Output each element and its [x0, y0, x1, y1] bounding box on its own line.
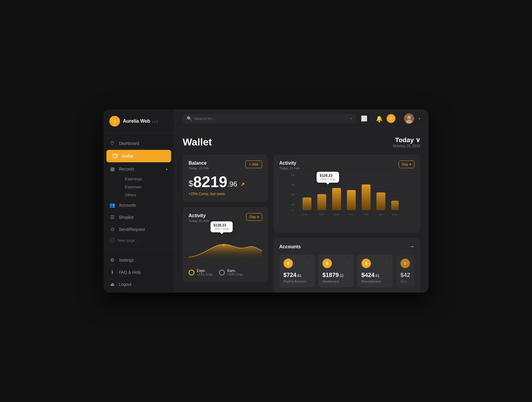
svg-rect-1 [116, 155, 117, 156]
svg-text:SUN: SUN [392, 213, 397, 216]
activity-bar-header: Activity Today, 21 Feb Day ▾ [279, 161, 414, 170]
window-icon[interactable]: ⬜ [361, 115, 367, 122]
sidebar-label-shoplist: Shoplist [119, 215, 134, 220]
sidebar-label-settings: Settings [119, 258, 134, 262]
sidebar-item-shoplist[interactable]: ☰ Shoplist [103, 211, 174, 223]
legend-earn: Earn. +63% Cmpr. [219, 269, 244, 276]
svg-text:MON: MON [302, 213, 308, 216]
svg-text:TUE: TUE [319, 213, 323, 216]
sidebar-item-wallet[interactable]: Wallet [106, 150, 171, 162]
sidebar-item-settings[interactable]: ⚙ Settings [103, 254, 174, 266]
balance-cents: .96 [227, 180, 237, 188]
sidebar-label-send: Send/Request [119, 227, 145, 232]
add-button[interactable]: + [387, 114, 395, 123]
sidebar-item-faq[interactable]: ℹ FAQ & Help [103, 266, 174, 278]
bar-chart-svg: 400 300 200 100 0 [279, 172, 414, 219]
dashboard-icon: ⏱ [109, 141, 115, 146]
svg-text:0: 0 [292, 209, 293, 212]
account-card-header-moneybooker: $ ⋮ [361, 259, 389, 268]
expn-sub: +23% Cmpr. [197, 273, 213, 276]
search-icon: 🔍 [187, 116, 192, 121]
avatar-image [404, 114, 414, 124]
account-menu-mastercard[interactable]: ⋮ [346, 261, 350, 266]
page-header: Wallet Today ∨ Monday 28, 2018 [183, 136, 420, 148]
sidebar-item-records[interactable]: ▦ Records ▲ [103, 163, 174, 175]
svg-text:400: 400 [291, 174, 295, 176]
balance-subtitle: Today, 21 Feb [189, 166, 209, 170]
search-box[interactable]: 🔍 ▾ [183, 114, 356, 123]
account-icon-mastercard: $ [322, 259, 332, 268]
account-name-mastercard: Mastercard [322, 280, 350, 283]
area-chart-svg [189, 230, 262, 266]
topbar-actions: ⬜ 🔔 + [361, 114, 420, 124]
date-filter-button[interactable]: Today ∨ [395, 136, 420, 144]
bar-chart-wrapper: $126.23 -25% Comp. [279, 172, 414, 226]
sidebar-label-faq: FAQ & Help [119, 270, 141, 275]
account-icon-partial: $ [400, 259, 410, 268]
bar-day-selector-button[interactable]: Day ▾ [399, 161, 414, 168]
account-card-header-paypal: $ ⋮ [283, 259, 311, 268]
balance-card-header: Balance Today, 21 Feb + Add [189, 161, 262, 170]
accounts-arrow-icon[interactable]: → [409, 244, 414, 250]
svg-point-5 [223, 244, 225, 246]
accounts-icon: 👥 [109, 202, 115, 208]
search-input[interactable] [194, 116, 348, 121]
svg-text:FRI: FRI [364, 213, 368, 216]
activity-small-subtitle: Today, 21 Feb [189, 219, 209, 223]
expn-dot [189, 270, 194, 275]
sidebar-label-records: Records [119, 167, 134, 171]
sidebar-item-accounts[interactable]: 👥 Accounts [103, 199, 174, 211]
account-menu-paypal[interactable]: ⋮ [306, 261, 311, 266]
topbar: 🔍 ▾ ⬜ 🔔 + [174, 109, 429, 128]
settings-icon: ⚙ [109, 257, 115, 263]
balance-trend-icon: ↗ [240, 181, 245, 188]
activity-chart-area: $126.23 -25% Comp. [189, 224, 262, 266]
svg-text:300: 300 [291, 184, 295, 186]
sidebar-sub-expenses[interactable]: Expenses [119, 183, 174, 191]
sidebar-item-logout[interactable]: ⏏ Logout [103, 278, 174, 290]
account-name-paypal: PayPal Account [283, 280, 311, 283]
account-menu-moneybooker[interactable]: ⋮ [385, 261, 389, 266]
account-icon-moneybooker: $ [361, 259, 371, 268]
new-page-item[interactable]: + New page... [103, 235, 174, 245]
bell-notification-dot [378, 121, 380, 122]
day-chevron: ▾ [257, 215, 259, 219]
records-arrow: ▲ [165, 167, 168, 171]
svg-rect-18 [332, 188, 341, 210]
account-card-header-mastercard: $ ⋮ [322, 259, 350, 268]
account-card-paypal: $ ⋮ $724.81 PayPal Account [279, 255, 315, 287]
sidebar-sub-earnings[interactable]: Eaarnings [119, 175, 174, 183]
chart-legend: Expn. +23% Cmpr. Earn. +63% Cmpr. [189, 269, 262, 276]
account-amount-mastercard: $1879.02 [322, 272, 350, 278]
tooltip-sub: -25% Comp. [213, 227, 230, 231]
account-card-mastercard: $ ⋮ $1879.02 Mastercard [318, 255, 354, 287]
svg-text:100: 100 [291, 203, 295, 206]
svg-point-3 [407, 116, 411, 119]
faq-icon: ℹ [109, 269, 115, 275]
accounts-list: $ ⋮ $724.81 PayPal Account [279, 255, 414, 287]
add-balance-button[interactable]: + Add [245, 161, 262, 168]
sidebar-item-dashboard[interactable]: ⏱ Dashboard [103, 137, 174, 149]
account-amount-paypal: $724.81 [283, 272, 311, 278]
earn-sub: +63% Cmpr. [227, 273, 244, 276]
activity-small-title: Activity [189, 213, 209, 218]
send-icon: ⊙ [109, 226, 115, 232]
sidebar-label-dashboard: Dashboard [119, 141, 139, 146]
sidebar-sub-others[interactable]: Others [119, 191, 174, 199]
bell-button[interactable]: 🔔 [376, 115, 382, 122]
avatar-dropdown-icon[interactable]: ▾ [419, 117, 420, 120]
account-name-partial: Mon... [400, 280, 410, 283]
avatar[interactable] [404, 114, 414, 124]
search-dropdown-icon[interactable]: ▾ [351, 117, 352, 120]
balance-change: +25% Comp. last week [189, 192, 262, 196]
accounts-header: Accounts → [279, 244, 414, 250]
sidebar-label-wallet: Wallet [122, 154, 133, 158]
app-window: ⚡ Aurelia Web v 1.0 ⏱ Dashboard [103, 109, 429, 293]
topbar-divider [372, 115, 372, 122]
date-label: Today [395, 136, 414, 144]
date-sub: Monday 28, 2018 [393, 144, 420, 148]
day-selector-button[interactable]: Day ▾ [246, 213, 262, 221]
svg-rect-17 [317, 194, 326, 210]
sidebar-item-send-request[interactable]: ⊙ Send/Request [103, 223, 174, 235]
accounts-title: Accounts [279, 244, 301, 249]
